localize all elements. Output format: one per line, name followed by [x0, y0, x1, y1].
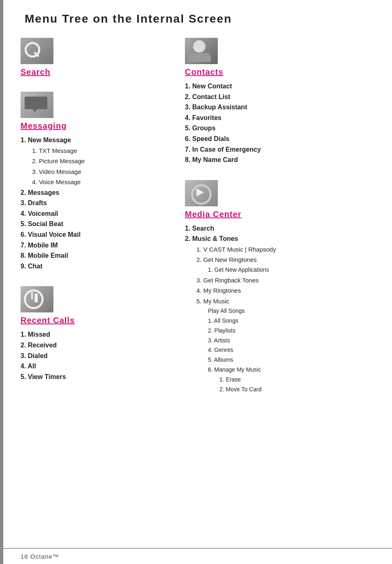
list-item: 3. Drafts [21, 198, 168, 208]
list-item: 7. Mobile IM [21, 240, 168, 251]
messaging-icon [21, 92, 53, 118]
list-item: 2. Contact List [185, 92, 371, 102]
list-item: 5. Groups [185, 123, 371, 134]
list-item: 6. Speed Dials [185, 134, 371, 144]
footer-text: 16 Octane™ [21, 553, 59, 560]
list-item: 5. View Timers [21, 372, 168, 382]
list-item: 1. Missed [21, 329, 168, 340]
list-item: 6. Manage My Music 1. Erase 2. Move To C… [208, 365, 371, 394]
list-item: 5. Albums [208, 355, 371, 365]
messaging-list: 1. New Message 1. TXT Message 2. Picture… [21, 135, 168, 271]
list-item: 3. Dialed [21, 351, 168, 361]
list-item: 4. Favorites [185, 113, 371, 123]
list-item: Play All Songs [208, 306, 371, 316]
list-item: 3. Artists [208, 336, 371, 346]
list-item: 2. Messages [21, 187, 168, 198]
media-center-section: Media Center 1. Search 2. Music & Tones … [185, 180, 371, 395]
left-accent [0, 0, 3, 564]
contacts-title: Contacts [185, 67, 371, 77]
col-left: Search Messaging 1. New Message 1. TXT M… [21, 38, 177, 409]
list-item: 1. Erase [219, 375, 371, 385]
search-section: Search [21, 38, 168, 77]
list-item: 9. Chat [21, 261, 168, 272]
list-item: 7. In Case of Emergency [185, 144, 371, 155]
list-item: 1. TXT Message [32, 146, 168, 156]
footer: 16 Octane™ [0, 548, 392, 564]
music-tones-sub: 1. V CAST Music | Rhapsody 2. Get New Ri… [185, 244, 371, 394]
list-item: 4. Voice Message [32, 177, 168, 187]
list-item: 5. My Music Play All Songs 1. All Songs … [196, 296, 371, 395]
list-item: 1. All Songs [208, 316, 371, 326]
get-ringtones-sub: 1. Get New Applications [196, 265, 371, 275]
list-item: 4. All [21, 361, 168, 372]
recent-calls-icon [21, 286, 53, 312]
list-item: 2. Move To Card [219, 385, 371, 395]
media-center-icon [185, 180, 218, 206]
search-title: Search [21, 67, 168, 77]
contacts-icon [185, 38, 218, 64]
list-item: 8. My Name Card [185, 155, 371, 165]
search-icon [21, 38, 53, 64]
list-item: 2. Received [21, 340, 168, 351]
list-item: 1. New Contact [185, 81, 371, 92]
recent-calls-title: Recent Calls [21, 316, 168, 325]
new-message-sub: 1. TXT Message 2. Picture Message 3. Vid… [21, 146, 168, 187]
list-item: 2. Music & Tones 1. V CAST Music | Rhaps… [185, 233, 371, 394]
list-item: 3. Get Ringback Tones [196, 275, 371, 286]
col-right: Contacts 1. New Contact 2. Contact List … [177, 38, 371, 409]
page-container: Menu Tree on the Internal Screen Search … [0, 0, 392, 564]
list-item: 5. Social Beat [21, 219, 168, 229]
contacts-section: Contacts 1. New Contact 2. Contact List … [185, 38, 371, 165]
list-item: 4. Genres [208, 345, 371, 355]
contacts-list: 1. New Contact 2. Contact List 3. Backup… [185, 81, 371, 165]
two-col-layout: Search Messaging 1. New Message 1. TXT M… [21, 38, 371, 409]
media-center-title: Media Center [185, 210, 371, 219]
list-item: 2. Picture Message [32, 156, 168, 166]
messaging-section: Messaging 1. New Message 1. TXT Message … [21, 92, 168, 271]
manage-music-sub: 1. Erase 2. Move To Card [208, 375, 371, 395]
media-center-list: 1. Search 2. Music & Tones 1. V CAST Mus… [185, 223, 371, 395]
list-item: 1. V CAST Music | Rhapsody [196, 244, 371, 255]
recent-calls-list: 1. Missed 2. Received 3. Dialed 4. All 5… [21, 329, 168, 382]
messaging-title: Messaging [21, 121, 168, 131]
recent-calls-section: Recent Calls 1. Missed 2. Received 3. Di… [21, 286, 168, 382]
list-item: 3. Backup Assistant [185, 102, 371, 113]
list-item: 4. Voicemail [21, 208, 168, 219]
list-item: 6. Visual Voice Mail [21, 229, 168, 240]
my-music-sub: Play All Songs 1. All Songs 2. Playlists… [196, 306, 371, 394]
list-item: 3. Video Message [32, 166, 168, 177]
list-item: 2. Get New Ringtones 1. Get New Applicat… [196, 254, 371, 275]
list-item: 1. Get New Applications [208, 265, 371, 275]
list-item: 8. Mobile Email [21, 250, 168, 261]
list-item: 2. Playlists [208, 326, 371, 336]
list-item: 1. New Message 1. TXT Message 2. Picture… [21, 135, 168, 187]
list-item: 1. Search [185, 223, 371, 234]
page-title: Menu Tree on the Internal Screen [21, 12, 371, 25]
list-item: 4. My Ringtones [196, 285, 371, 296]
